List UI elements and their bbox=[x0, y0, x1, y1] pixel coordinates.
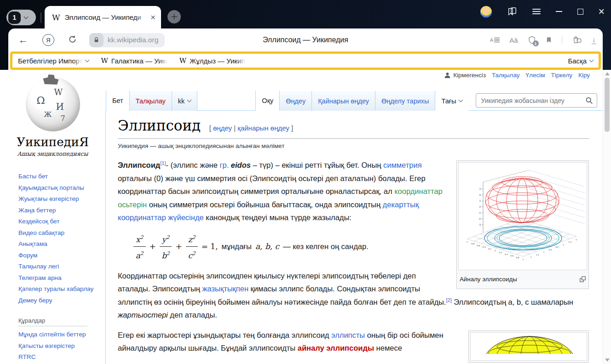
wiki-link[interactable]: гр. bbox=[219, 161, 229, 169]
thumbnail-2[interactable] bbox=[468, 330, 589, 363]
denominator: b2 bbox=[160, 247, 172, 262]
scroll-down-arrow[interactable] bbox=[605, 358, 610, 362]
active-browser-tab[interactable]: W Эллипсоид — Уикипеди × bbox=[45, 6, 161, 28]
personal-link[interactable]: Кіру bbox=[578, 72, 590, 79]
wiki-search-box[interactable] bbox=[476, 93, 597, 108]
menu-icon[interactable] bbox=[532, 9, 541, 14]
sidebar-link[interactable]: Видео сабақтар bbox=[18, 228, 94, 239]
exponent: 2 bbox=[192, 234, 196, 240]
plus-operator: + bbox=[175, 240, 182, 253]
bookmarks-panel-icon[interactable] bbox=[507, 6, 517, 17]
sidebar-link[interactable]: Жаңа беттер bbox=[18, 205, 94, 216]
reference-anchor[interactable]: [1] bbox=[160, 160, 166, 166]
bookmarks-import-button[interactable]: Бетбелгілер Импорт bbox=[18, 57, 89, 65]
back-button[interactable]: ← bbox=[18, 34, 28, 46]
wiki-link[interactable]: айналу эллипсоиды bbox=[298, 344, 374, 352]
user-icon bbox=[444, 72, 451, 79]
personal-link[interactable]: Талқылау bbox=[492, 72, 520, 79]
tab-label: Өңдеу bbox=[286, 97, 306, 105]
yandex-icon[interactable]: Я bbox=[42, 34, 54, 46]
lock-icon[interactable] bbox=[89, 33, 104, 47]
sidebar-link[interactable]: Қауымдастық порталы bbox=[18, 182, 94, 194]
svg-text:1.5: 1.5 bbox=[536, 254, 539, 256]
svg-text:-2: -2 bbox=[575, 239, 577, 241]
article-tab-өңделу-тарихы[interactable]: Өңделу тарихы bbox=[375, 91, 435, 111]
article-tab-өңдеу[interactable]: Өңдеу bbox=[280, 91, 312, 111]
article-tab-kk[interactable]: kk bbox=[172, 91, 198, 111]
section-edit-links: [ өңдеу | қайнарын өңдеу ] bbox=[209, 124, 294, 132]
sidebar-link[interactable]: Жуықтағы өзгерістер bbox=[18, 193, 94, 205]
wikipedia-globe-logo[interactable]: ΩWИ Ж7 bbox=[26, 77, 80, 131]
article-tab-оқу[interactable]: Оқу bbox=[255, 91, 280, 111]
sidebar-link[interactable]: Демеу беру bbox=[18, 295, 94, 307]
reference-link[interactable]: [2] bbox=[446, 297, 451, 302]
reference-anchor[interactable]: [2] bbox=[446, 297, 451, 302]
reload-icon[interactable] bbox=[68, 35, 77, 46]
article-tab-қайнарын-өңдеу[interactable]: Қайнарын өңдеу bbox=[312, 91, 375, 111]
sidebar-link[interactable]: Форум bbox=[18, 250, 94, 262]
scroll-up-arrow[interactable] bbox=[605, 72, 610, 75]
tab-counter-button[interactable]: 1 bbox=[6, 10, 36, 25]
wiki-link[interactable]: жазықтықпен bbox=[202, 284, 248, 293]
page-scrollbar[interactable] bbox=[603, 70, 611, 364]
sidebar-link[interactable]: Басты бет bbox=[18, 171, 94, 182]
new-tab-button[interactable] bbox=[167, 10, 181, 23]
reference-link[interactable]: [1] bbox=[160, 160, 166, 166]
article-content: Эллипсоид [ өңдеу | қайнарын өңдеу ] Уик… bbox=[106, 111, 603, 364]
title-rule bbox=[118, 138, 589, 139]
extensions-icon[interactable] bbox=[572, 35, 582, 45]
denominator: a2 bbox=[133, 247, 146, 262]
edit-source-link[interactable]: қайнарын өңдеу bbox=[237, 124, 289, 132]
profile-avatar[interactable] bbox=[480, 6, 492, 17]
sidebar-link[interactable]: Телеграм арна bbox=[18, 273, 94, 284]
tools-link[interactable]: Мұнда сілтейтін беттер bbox=[18, 329, 87, 341]
exponent: 2 bbox=[192, 250, 196, 256]
translate-icon[interactable]: Aā bbox=[509, 36, 518, 44]
close-button[interactable]: × bbox=[599, 7, 605, 16]
sidebar-link[interactable]: Талқылау легі bbox=[18, 261, 94, 273]
article-tab-бет[interactable]: Бет bbox=[106, 91, 130, 111]
article-tab-тағы[interactable]: Тағы bbox=[435, 91, 468, 111]
sidebar-link[interactable]: Анықтама bbox=[18, 239, 94, 250]
search-input[interactable] bbox=[481, 97, 585, 104]
svg-text:-0.5: -0.5 bbox=[555, 246, 559, 248]
tools-link[interactable]: Қатысты өзгерістер bbox=[18, 341, 87, 352]
article-tab-талқылау[interactable]: Талқылау bbox=[130, 91, 172, 111]
scrollbar-thumb[interactable] bbox=[605, 78, 610, 132]
tools-link[interactable]: RTRC bbox=[18, 352, 87, 363]
maximize-button[interactable] bbox=[577, 9, 583, 15]
download-icon[interactable]: ↓ bbox=[592, 36, 597, 45]
text-run: оның симметрия осьтері бойынша бағыттаса… bbox=[147, 200, 382, 209]
bookmark-item[interactable]: WЖұлдыз — Уикипе bbox=[179, 57, 246, 65]
sidebar-link[interactable]: Кездейсоқ бет bbox=[18, 216, 94, 228]
protect-shield-icon[interactable]: 1 bbox=[528, 35, 536, 45]
article-tabs: БетТалқылауkk ОқуӨңдеуҚайнарын өңдеуӨңде… bbox=[106, 91, 603, 111]
bookmarks-more-button[interactable]: Басқа bbox=[568, 57, 593, 65]
exponent: 2 bbox=[166, 234, 169, 240]
bookmark-item[interactable]: WГалактика — Уики bbox=[101, 57, 167, 65]
svg-text:-1: -1 bbox=[562, 244, 565, 246]
article-title: Эллипсоид bbox=[118, 117, 201, 134]
tab-label: Талқылау bbox=[136, 97, 166, 105]
svg-text:2: 2 bbox=[530, 256, 532, 258]
thumbnail-1[interactable]: 3210-1-2-3-1-0.8-0.6-0.4-0.200.20.40.60.… bbox=[456, 160, 589, 289]
wiki-link[interactable]: симметрия bbox=[383, 161, 422, 169]
tab-close-icon[interactable]: × bbox=[150, 13, 156, 22]
tab-title: Эллипсоид — Уикипеди bbox=[64, 13, 147, 21]
search-icon[interactable] bbox=[585, 97, 593, 104]
sidebar-link[interactable]: Қателер туралы хабарлау bbox=[18, 284, 94, 295]
personal-link[interactable]: Үлесім bbox=[526, 72, 545, 79]
svg-text:1: 1 bbox=[543, 251, 545, 253]
text-run: – түр) – екінші ретті тұйық бет. Оның bbox=[251, 161, 383, 169]
address-bar[interactable]: kk.wikipedia.org bbox=[89, 33, 165, 47]
bookmark-icon[interactable] bbox=[546, 36, 552, 44]
edit-link[interactable]: өңдеу bbox=[213, 124, 232, 132]
sidebar-tools: Құралдар Мұнда сілтейтін беттерҚатысты ө… bbox=[0, 317, 87, 363]
text-run: Эллипсоидтың a, b, c шамаларын bbox=[452, 298, 573, 306]
expand-icon[interactable] bbox=[580, 276, 586, 282]
reader-mode-icon[interactable]: A bbox=[490, 36, 500, 44]
svg-text:0: 0 bbox=[479, 205, 481, 208]
minimize-button[interactable] bbox=[556, 11, 562, 12]
wiki-link[interactable]: эллипсты bbox=[331, 331, 365, 339]
personal-link[interactable]: Тіркелу bbox=[551, 72, 573, 79]
